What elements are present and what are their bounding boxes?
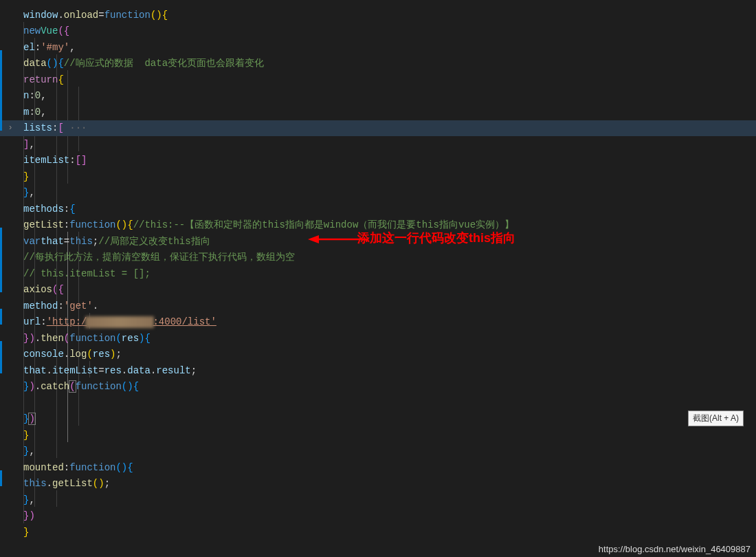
fold-arrow-icon[interactable]: › (8, 123, 12, 133)
code-line[interactable]: ], (21, 136, 756, 153)
code-line[interactable]: }).catch(function(){ (21, 379, 756, 395)
code-line[interactable]: return{ (21, 72, 756, 88)
code-area[interactable]: window.onload=function(){ new Vue({ el:'… (21, 6, 756, 557)
code-line[interactable]: mounted:function(){ (21, 459, 756, 476)
code-line[interactable]: data(){//响应式的数据 data变化页面也会跟着变化 (21, 56, 756, 72)
code-line[interactable]: methods:{ (21, 201, 756, 217)
code-line[interactable]: console.log(res); (21, 347, 756, 363)
code-line[interactable]: } (21, 427, 756, 444)
breadcrumb[interactable] (0, 0, 756, 6)
code-editor[interactable]: › wind (0, 6, 756, 557)
code-line[interactable]: }) (21, 508, 756, 525)
code-line[interactable]: }) (21, 411, 756, 428)
screenshot-tooltip: 截图(Alt + A) (688, 411, 744, 426)
code-line[interactable]: } (21, 524, 756, 540)
code-line[interactable] (21, 395, 756, 411)
code-line-active[interactable]: lists:[ ··· (21, 120, 756, 137)
code-line[interactable]: }).then(function(res){ (21, 330, 756, 347)
code-line[interactable]: }, (21, 492, 756, 508)
annotation-text: 添加这一行代码改变this指向 (357, 230, 515, 246)
redacted-url (85, 316, 154, 328)
code-line[interactable]: window.onload=function(){ (21, 7, 756, 23)
code-line[interactable]: this.getList(); (21, 476, 756, 492)
code-line[interactable]: that.itemList = res.data.result; (21, 362, 756, 379)
watermark: https://blog.csdn.net/weixin_46409887 (599, 544, 751, 554)
code-line[interactable]: // this.itemList = []; (21, 265, 756, 282)
code-line[interactable]: new Vue({ (21, 23, 756, 40)
code-line[interactable]: n:0, (21, 88, 756, 105)
code-line[interactable]: axios({ (21, 282, 756, 298)
code-line[interactable]: m:0, (21, 104, 756, 120)
code-line[interactable]: }, (21, 444, 756, 460)
code-line[interactable]: } (21, 168, 756, 185)
code-line[interactable]: itemList:[] (21, 153, 756, 169)
gutter: › (0, 6, 21, 557)
code-line[interactable]: method:'get'. (21, 298, 756, 314)
code-line[interactable]: el:'#my', (21, 39, 756, 56)
code-line[interactable]: }, (21, 185, 756, 201)
code-line[interactable]: url:'http:/:4000/list' (21, 314, 756, 331)
svg-marker-2 (308, 235, 319, 243)
code-line[interactable]: //每执行此方法，提前清空数组，保证往下执行代码，数组为空 (21, 250, 756, 266)
